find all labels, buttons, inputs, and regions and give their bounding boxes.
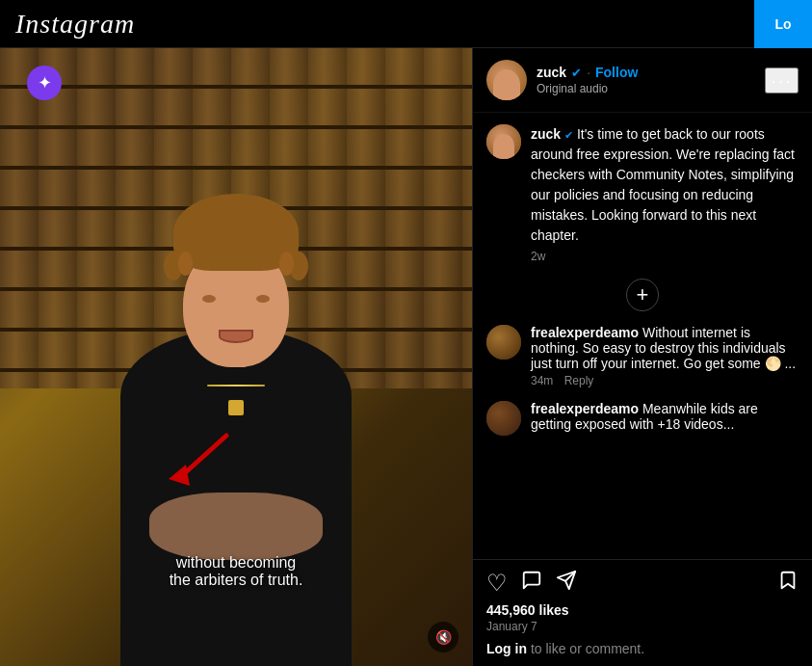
red-arrow <box>149 426 236 497</box>
comment-meta-1: 34m Reply <box>531 374 799 387</box>
top-bar: Instagram Lo <box>0 0 812 48</box>
share-icon <box>556 572 577 596</box>
reply-button-1[interactable]: Reply <box>564 374 594 387</box>
main-comment-verified: ✔ <box>564 129 573 141</box>
commenter-avatar-main <box>486 124 521 159</box>
main-comment-timestamp: 2w <box>531 250 799 263</box>
audio-label: Original audio <box>537 82 765 95</box>
poster-avatar <box>486 60 527 100</box>
poster-username[interactable]: zuck <box>537 65 566 80</box>
poster-info: zuck ✔ · Follow Original audio <box>537 65 765 95</box>
comments-area: zuck ✔ It's time to get back to our root… <box>473 113 812 559</box>
login-prompt: Log in to like or comment. <box>486 641 799 660</box>
video-panel: without becoming the arbiters of truth. … <box>0 48 472 666</box>
svg-marker-1 <box>169 465 190 486</box>
mute-icon: 🔇 <box>435 629 452 645</box>
comment-icon <box>521 572 542 596</box>
post-header: zuck ✔ · Follow Original audio ··· <box>473 48 812 113</box>
main-comment-author[interactable]: zuck <box>531 126 561 142</box>
share-button[interactable] <box>556 570 577 597</box>
user-comment-2: frealexperdeamo Meanwhile kids are getti… <box>486 401 799 436</box>
mute-button[interactable]: 🔇 <box>428 622 458 653</box>
video-background: without becoming the arbiters of truth. … <box>0 48 472 666</box>
action-bar: ♡ <box>473 559 812 666</box>
main-comment-text: zuck ✔ It's time to get back to our root… <box>531 124 799 246</box>
main-comment-body: zuck ✔ It's time to get back to our root… <box>531 124 799 263</box>
post-date: January 7 <box>486 620 799 633</box>
like-icon: ♡ <box>486 570 508 596</box>
comment-text-1: frealexperdeamo Without internet is noth… <box>531 325 799 371</box>
login-link[interactable]: Log in <box>486 641 527 656</box>
video-subtitle: without becoming the arbiters of truth. <box>170 554 303 589</box>
verified-badge: ✔ <box>571 66 582 80</box>
comment-body-2: frealexperdeamo Meanwhile kids are getti… <box>531 401 799 436</box>
person-hair <box>173 194 299 271</box>
sparkle-icon: ✦ <box>27 66 62 100</box>
more-options-button[interactable]: ··· <box>765 67 799 93</box>
main-content: without becoming the arbiters of truth. … <box>0 48 812 666</box>
like-button[interactable]: ♡ <box>486 570 508 597</box>
follow-button[interactable]: Follow <box>595 65 638 80</box>
comment-avatar-2 <box>486 401 521 436</box>
add-comment-separator: + <box>486 279 799 311</box>
main-comment: zuck ✔ It's time to get back to our root… <box>486 124 799 263</box>
comment-body-1: frealexperdeamo Without internet is noth… <box>531 325 799 387</box>
comment-avatar-1 <box>486 325 521 360</box>
comment-button[interactable] <box>521 570 542 597</box>
add-icon: + <box>637 282 649 307</box>
bookmark-button[interactable] <box>777 570 799 597</box>
login-button[interactable]: Lo <box>754 0 812 48</box>
right-panel: zuck ✔ · Follow Original audio ··· <box>472 48 812 666</box>
username-row: zuck ✔ · Follow <box>537 65 765 80</box>
user-comment-1: frealexperdeamo Without internet is noth… <box>486 325 799 387</box>
instagram-logo: Instagram <box>15 9 135 40</box>
comment-text-2: frealexperdeamo Meanwhile kids are getti… <box>531 401 799 432</box>
action-icons-row: ♡ <box>486 570 799 597</box>
likes-count: 445,960 likes <box>486 602 799 618</box>
add-comment-button[interactable]: + <box>626 279 659 311</box>
